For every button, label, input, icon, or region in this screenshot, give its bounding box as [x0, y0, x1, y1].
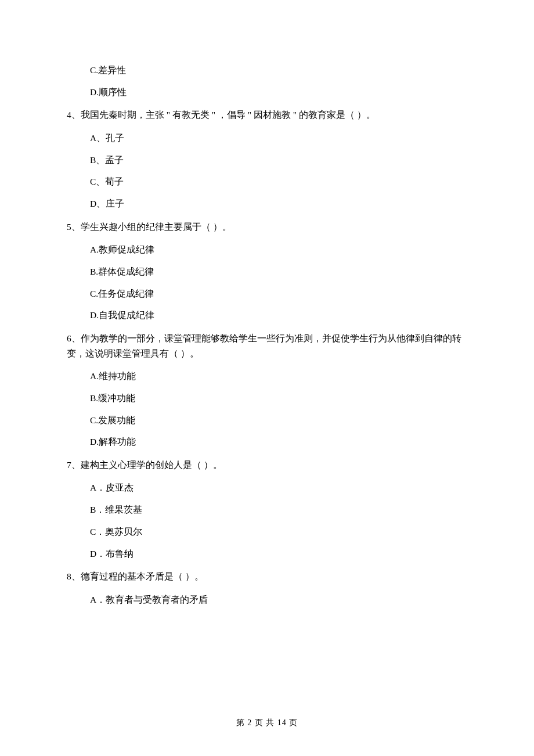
- q5-option-d: D.自我促成纪律: [90, 309, 473, 322]
- question-3-continued: C.差异性 D.顺序性: [67, 64, 473, 98]
- q5-stem: 5、学生兴趣小组的纪律主要属于（ ）。: [67, 219, 473, 235]
- q7-option-d: D．布鲁纳: [90, 548, 473, 560]
- q4-option-c: C、荀子: [90, 175, 473, 188]
- q6-option-b: B.缓冲功能: [90, 392, 473, 405]
- q4-option-d: D、庄子: [90, 197, 473, 210]
- q8-stem: 8、德育过程的基本矛盾是（ ）。: [67, 569, 473, 584]
- q7-stem: 7、建构主义心理学的创始人是（ ）。: [67, 458, 473, 473]
- q6-option-a: A.维持功能: [90, 370, 473, 383]
- question-8: 8、德育过程的基本矛盾是（ ）。 A．教育者与受教育者的矛盾: [67, 569, 473, 606]
- q5-option-a: A.教师促成纪律: [90, 243, 473, 256]
- q8-option-a: A．教育者与受教育者的矛盾: [90, 593, 473, 606]
- q5-option-c: C.任务促成纪律: [90, 287, 473, 300]
- page-footer: 第 2 页 共 14 页: [0, 718, 534, 728]
- question-5: 5、学生兴趣小组的纪律主要属于（ ）。 A.教师促成纪律 B.群体促成纪律 C.…: [67, 219, 473, 322]
- q7-option-b: B．维果茨基: [90, 503, 473, 516]
- question-6: 6、作为教学的一部分，课堂管理能够教给学生一些行为准则，并促使学生行为从他律到自…: [67, 331, 473, 448]
- page: C.差异性 D.顺序性 4、我国先秦时期，主张 " 有教无类 " ，倡导 " 因…: [0, 0, 534, 756]
- q3-option-c: C.差异性: [90, 64, 473, 77]
- q6-option-d: D.解释功能: [90, 435, 473, 448]
- q7-option-c: C．奥苏贝尔: [90, 525, 473, 538]
- q5-option-b: B.群体促成纪律: [90, 265, 473, 278]
- q4-option-a: A、孔子: [90, 132, 473, 145]
- q4-stem: 4、我国先秦时期，主张 " 有教无类 " ，倡导 " 因材施教 " 的教育家是（…: [67, 107, 473, 123]
- question-4: 4、我国先秦时期，主张 " 有教无类 " ，倡导 " 因材施教 " 的教育家是（…: [67, 107, 473, 210]
- q6-stem: 6、作为教学的一部分，课堂管理能够教给学生一些行为准则，并促使学生行为从他律到自…: [67, 331, 473, 361]
- question-7: 7、建构主义心理学的创始人是（ ）。 A．皮亚杰 B．维果茨基 C．奥苏贝尔 D…: [67, 458, 473, 560]
- q6-option-c: C.发展功能: [90, 414, 473, 427]
- q4-option-b: B、孟子: [90, 154, 473, 167]
- q3-option-d: D.顺序性: [90, 86, 473, 99]
- q7-option-a: A．皮亚杰: [90, 481, 473, 494]
